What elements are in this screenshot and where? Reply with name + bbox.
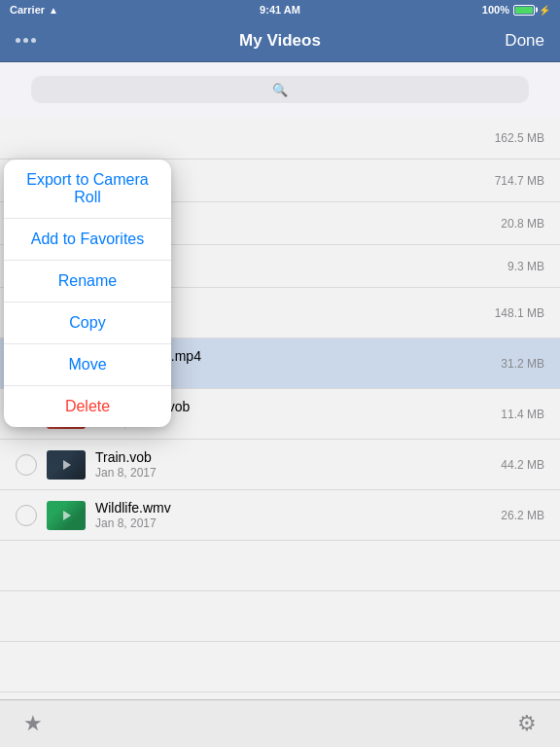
- menu-item-copy[interactable]: Copy: [4, 302, 171, 344]
- wifi-icon: ▲: [49, 5, 58, 16]
- status-bar: Carrier ▲ 9:41 AM 100% ⚡: [0, 0, 560, 19]
- page-title: My Videos: [239, 31, 321, 51]
- battery-icon: [513, 5, 535, 16]
- nav-bar: My Videos Done: [0, 19, 560, 62]
- nav-dot-1: [16, 38, 20, 43]
- status-time: 9:41 AM: [260, 4, 300, 16]
- menu-item-export[interactable]: Export to Camera Roll: [4, 160, 171, 219]
- status-bar-left: Carrier ▲: [10, 4, 58, 16]
- menu-item-favorites[interactable]: Add to Favorites: [4, 219, 171, 261]
- nav-dots[interactable]: [16, 38, 36, 43]
- menu-item-move[interactable]: Move: [4, 344, 171, 386]
- battery-percent: 100%: [482, 4, 509, 16]
- done-button[interactable]: Done: [505, 31, 544, 51]
- search-icon: 🔍: [272, 83, 288, 97]
- main-content: Export to Camera Roll Add to Favorites R…: [0, 117, 560, 747]
- nav-dot-2: [23, 38, 28, 43]
- status-bar-right: 100% ⚡: [482, 4, 550, 16]
- context-menu: Export to Camera Roll Add to Favorites R…: [4, 160, 171, 427]
- menu-item-delete[interactable]: Delete: [4, 386, 171, 427]
- nav-dot-3: [31, 38, 36, 43]
- nav-bar-left: [16, 38, 36, 43]
- search-container: 🔍: [0, 62, 560, 117]
- search-bar[interactable]: 🔍: [31, 76, 529, 103]
- menu-item-rename[interactable]: Rename: [4, 261, 171, 302]
- carrier-label: Carrier: [10, 4, 45, 16]
- charging-icon: ⚡: [539, 5, 550, 16]
